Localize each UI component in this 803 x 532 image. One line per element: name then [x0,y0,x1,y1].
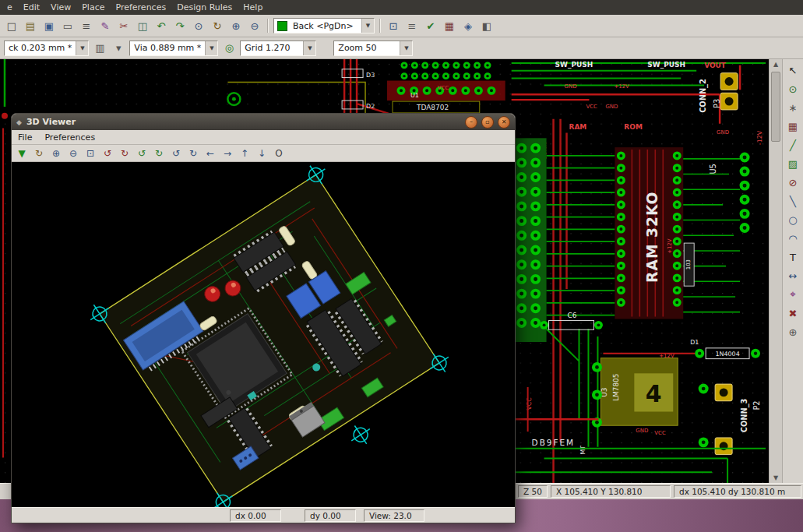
window-title: 3D Viewer [26,117,465,127]
menu-preferences[interactable]: Preferences [110,1,171,14]
ratsnest-icon[interactable]: ∗ [784,99,801,116]
via-size-dropdown-icon[interactable]: ▼ [205,41,217,55]
undo-icon[interactable]: ↶ [153,17,170,34]
board-3d-drawing [12,162,515,507]
scroll-up-icon[interactable]: ▲ [770,61,782,68]
status-delta: dx 105.410 dy 130.810 m [674,485,801,498]
zoom-in-icon[interactable]: ⊕ [48,146,64,161]
add-text-icon[interactable]: T [784,248,801,266]
layer-manager-icon[interactable]: ▦ [441,17,458,34]
copy-icon[interactable]: ◫ [134,17,151,34]
pcb-label-u3: U3 [600,388,608,397]
add-line-icon[interactable]: ╲ [784,192,801,210]
grid-combo[interactable]: Grid 1.270 ▼ [240,41,316,56]
page-settings-icon[interactable]: ▭ [59,17,76,34]
scrollbar-thumb[interactable] [771,72,780,142]
zoom-fit-icon[interactable]: ⊡ [83,146,98,161]
zoom-fit-icon[interactable]: ⊡ [385,17,402,34]
track-width-combo[interactable]: ck 0.203 mm * ▼ [4,41,89,56]
new-board-icon[interactable]: □ [3,17,20,34]
add-footprint-icon[interactable]: ▦ [784,118,801,135]
add-target-icon[interactable]: ⌖ [784,286,801,303]
vertical-scrollbar[interactable]: ▲ ▼ [769,59,782,483]
menu-3d-preferences[interactable]: Preferences [38,132,101,143]
auto-track-width-icon[interactable]: ▥ [91,40,108,57]
viewer-3d-icon[interactable]: ◈ [460,17,477,34]
zoom-combo[interactable]: Zoom 50 ▼ [333,41,413,56]
pcb-label-p2: P2 [752,400,761,410]
rotate-x-pos-icon[interactable]: ↻ [117,146,132,161]
close-button[interactable]: ✕ [498,116,510,129]
delete-item-icon[interactable]: ✖ [784,305,801,322]
track-width-dropdown-icon[interactable]: ▼ [76,41,88,55]
menubar: e Edit View Place Preferences Design Rul… [0,0,803,15]
main-toolbar-right-group: ⊡≡✔▦◈◧ [384,17,496,34]
highlight-net-icon[interactable]: ⊙ [784,80,801,97]
rotate-x-neg-icon[interactable]: ↺ [100,146,115,161]
add-circle-icon[interactable]: ○ [784,211,801,228]
plot-icon[interactable]: ✎ [97,17,114,34]
rotate-z-neg-icon[interactable]: ↺ [168,146,184,161]
menu-file-partial[interactable]: e [2,1,18,14]
layer-color-swatch [277,21,287,31]
pcb-label-ram32ko: RAM 32KO [644,192,660,283]
pcb-label-1n4004: 1N4004 [715,351,739,358]
scroll-down-icon[interactable]: ▼ [770,474,782,481]
layer-selector[interactable]: Back <PgDn> ▼ [273,18,375,33]
add-arc-icon[interactable]: ◠ [784,230,801,247]
menu-design-rules[interactable]: Design Rules [171,1,238,14]
rotate-z-pos-icon[interactable]: ↻ [185,146,201,161]
rotate-y-neg-icon[interactable]: ↺ [134,146,150,161]
move-down-icon[interactable]: ↓ [254,146,269,161]
viewer3d-titlebar[interactable]: ◆ 3D Viewer – ▫ ✕ [12,114,515,130]
netlist-icon[interactable]: ≡ [403,17,421,34]
pcb-label-m12v: -12V [756,130,763,145]
pcb-label-d2: D2 [366,103,375,110]
move-up-icon[interactable]: ↑ [237,146,252,161]
find-icon[interactable]: ⊙ [190,17,207,34]
ortho-view-icon[interactable]: O [271,146,287,161]
menu-place[interactable]: Place [76,1,110,14]
cursor-icon[interactable]: ↖ [784,62,801,79]
drc-check-icon[interactable]: ✔ [422,17,439,34]
open-board-icon[interactable]: ▤ [22,17,39,34]
layer-selector-dropdown-icon[interactable]: ▼ [361,19,374,33]
add-dimension-icon[interactable]: ↔ [784,267,801,284]
grid-dropdown-icon[interactable]: ▼ [303,41,315,55]
status-view: View: 23.0 [364,509,424,522]
auto-via-size-icon[interactable]: ◎ [220,40,238,57]
save-board-icon[interactable]: ▣ [41,17,58,34]
menu-help[interactable]: Help [238,1,268,14]
print-icon[interactable]: ≡ [78,17,95,34]
grid-value: Grid 1.270 [241,43,294,53]
zoom-out-icon[interactable]: ⊖ [246,17,263,34]
refresh-icon[interactable]: ↻ [209,17,226,34]
add-zone-icon[interactable]: ▨ [784,155,801,172]
redo-icon[interactable]: ↷ [171,17,188,34]
via-size-combo[interactable]: Via 0.889 mm * ▼ [129,41,218,56]
cut-icon[interactable]: ✂ [115,17,132,34]
pcb-label-p3: P3 [713,99,721,108]
rotate-y-pos-icon[interactable]: ↻ [151,146,167,161]
menu-3d-file[interactable]: File [12,132,38,143]
zoom-dropdown-icon[interactable]: ▼ [400,41,412,55]
add-track-icon[interactable]: ╱ [784,136,801,153]
move-right-icon[interactable]: → [220,146,235,161]
pcb-label-c6: C6 [568,312,577,320]
move-left-icon[interactable]: ← [203,146,218,161]
viewer3d-canvas[interactable] [12,162,515,507]
reload-board-icon[interactable]: ▼ [14,146,30,161]
footprint-editor-icon[interactable]: ◧ [478,17,495,34]
status-dy: dy 0.00 [305,509,356,522]
zoom-in-icon[interactable]: ⊕ [227,17,245,34]
maximize-button[interactable]: ▫ [481,116,494,129]
zoom-redraw-icon[interactable]: ↻ [31,146,47,161]
track-width-menu-icon[interactable]: ▾ [110,40,127,57]
pcb-label-d3: D3 [366,72,375,79]
menu-edit[interactable]: Edit [18,1,45,14]
add-keepout-icon[interactable]: ⊘ [784,174,801,191]
menu-view[interactable]: View [45,1,76,14]
minimize-button[interactable]: – [465,116,477,129]
drill-origin-icon[interactable]: ⊕ [784,323,801,340]
zoom-out-icon[interactable]: ⊖ [65,146,81,161]
